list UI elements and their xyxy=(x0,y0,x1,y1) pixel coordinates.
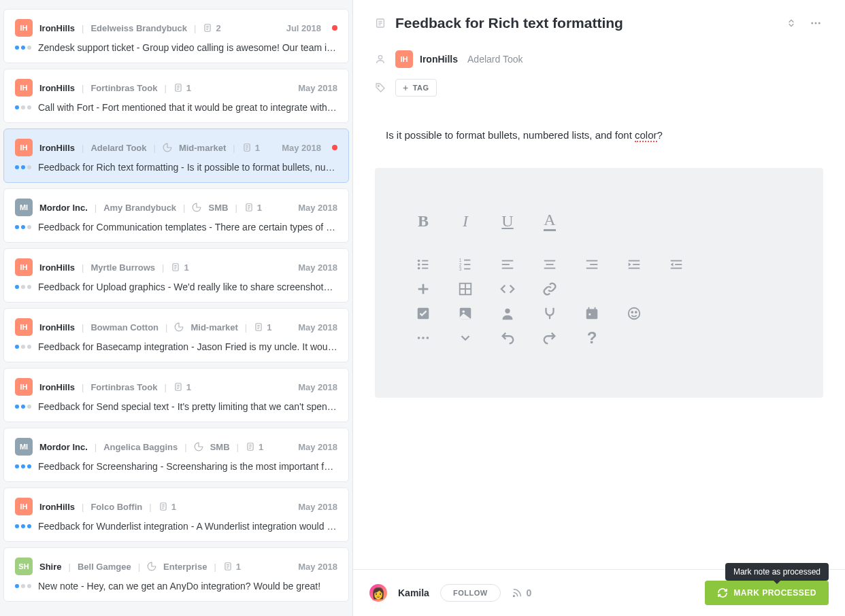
svg-rect-21 xyxy=(422,268,428,269)
note-date: May 2018 xyxy=(298,442,337,452)
more-icon[interactable] xyxy=(402,326,444,350)
follow-button[interactable]: FOLLOW xyxy=(440,584,501,602)
fork-icon[interactable] xyxy=(529,301,571,326)
company-avatar: IH xyxy=(15,378,33,396)
note-icon xyxy=(375,18,386,29)
svg-rect-29 xyxy=(502,264,510,265)
svg-rect-42 xyxy=(671,268,682,269)
indent-icon[interactable] xyxy=(613,252,655,277)
bold-icon[interactable]: B xyxy=(402,209,444,233)
svg-rect-51 xyxy=(595,307,596,311)
note-card[interactable]: MI Mordor Inc. | Angelica Baggins |SMB |… xyxy=(3,428,349,482)
current-user-name: Kamila xyxy=(398,587,429,598)
svg-point-46 xyxy=(462,310,465,313)
svg-point-53 xyxy=(629,308,640,320)
svg-rect-39 xyxy=(629,268,640,269)
expand-icon[interactable] xyxy=(444,326,486,350)
person-name: Adelard Took xyxy=(90,143,146,153)
doc-count: 1 xyxy=(246,442,263,452)
help-icon[interactable]: ? xyxy=(571,326,613,350)
unread-dot xyxy=(332,25,337,31)
person-name: Edelweiss Brandybuck xyxy=(90,23,187,33)
note-card[interactable]: IH IronHills | Bowman Cotton |Mid-market… xyxy=(3,308,349,362)
person-name: Folco Boffin xyxy=(90,502,142,512)
note-card[interactable]: IH IronHills | Fortinbras Took | 1 May 2… xyxy=(3,69,349,123)
company-name: IronHills xyxy=(39,502,75,512)
collapse-icon[interactable] xyxy=(784,16,799,31)
insert-icon[interactable] xyxy=(402,277,444,301)
bullet-list-icon[interactable] xyxy=(402,252,444,277)
checkbox-icon[interactable] xyxy=(402,301,444,326)
italic-icon[interactable]: I xyxy=(444,209,486,233)
company-pill[interactable]: IH IronHills xyxy=(395,50,458,68)
company-name: IronHills xyxy=(39,382,75,392)
svg-rect-31 xyxy=(544,260,556,262)
svg-point-55 xyxy=(635,311,637,313)
note-card[interactable]: IH IronHills | Adelard Took |Mid-market … xyxy=(3,129,349,183)
align-right-icon[interactable] xyxy=(571,252,613,277)
mention-icon[interactable] xyxy=(486,301,529,326)
notes-list: IH IronHills | Edelweiss Brandybuck | 2 … xyxy=(0,0,352,616)
doc-count: 1 xyxy=(171,262,188,273)
undo-icon[interactable] xyxy=(486,326,529,350)
note-card[interactable]: IH IronHills | Fortinbras Took | 1 May 2… xyxy=(3,368,349,422)
mark-processed-button[interactable]: MARK PROCESSED xyxy=(705,581,829,605)
link-icon[interactable] xyxy=(529,277,571,301)
note-snippet: Feedback for Upload graphics - We'd real… xyxy=(38,281,337,292)
company-name: Mordor Inc. xyxy=(39,203,88,213)
code-icon[interactable] xyxy=(486,277,529,301)
note-card[interactable]: IH IronHills | Folco Boffin | 1 May 2018… xyxy=(3,487,349,542)
image-icon[interactable] xyxy=(444,301,486,326)
current-user-avatar: 👩 xyxy=(369,584,387,602)
svg-point-12 xyxy=(815,22,817,24)
redo-icon[interactable] xyxy=(529,326,571,350)
more-menu-icon[interactable] xyxy=(808,16,823,31)
number-list-icon[interactable]: 123 xyxy=(444,252,486,277)
person-name: Bell Gamgee xyxy=(78,562,131,572)
underline-icon[interactable]: U xyxy=(486,209,529,233)
note-snippet: Feedback for Basecamp integration - Jaso… xyxy=(38,341,337,352)
note-date: May 2018 xyxy=(298,562,337,572)
svg-rect-25 xyxy=(464,260,470,261)
outdent-icon[interactable] xyxy=(655,252,697,277)
svg-rect-41 xyxy=(675,264,682,265)
note-snippet: Feedback for Communication templates - T… xyxy=(38,222,337,233)
svg-rect-19 xyxy=(422,260,428,262)
svg-rect-32 xyxy=(546,264,554,265)
unread-dot xyxy=(332,145,337,150)
table-icon[interactable] xyxy=(444,277,486,301)
calendar-icon[interactable] xyxy=(571,301,613,326)
note-date: May 2018 xyxy=(298,262,337,273)
svg-rect-27 xyxy=(464,269,470,270)
note-date: Jul 2018 xyxy=(286,23,321,33)
company-avatar: MI xyxy=(15,438,33,456)
svg-rect-37 xyxy=(629,260,640,262)
status-dots xyxy=(15,225,31,229)
status-dots xyxy=(15,464,31,468)
svg-point-18 xyxy=(418,267,420,270)
doc-count: 1 xyxy=(244,203,262,213)
note-snippet: Call with Fort - Fort mentioned that it … xyxy=(38,102,337,113)
svg-rect-52 xyxy=(589,313,591,315)
svg-rect-34 xyxy=(586,260,598,262)
status-dots xyxy=(15,165,31,169)
note-card[interactable]: SH Shire | Bell Gamgee |Enterprise | 1 M… xyxy=(3,547,349,602)
svg-point-47 xyxy=(505,309,510,313)
align-left-icon[interactable] xyxy=(486,252,529,277)
note-card[interactable]: MI Mordor Inc. | Amy Brandybuck |SMB | 1… xyxy=(3,188,349,243)
note-date: May 2018 xyxy=(282,143,321,153)
follower-count: 0 xyxy=(512,587,532,598)
note-card[interactable]: IH IronHills | Edelweiss Brandybuck | 2 … xyxy=(3,9,349,63)
status-dots xyxy=(15,524,31,528)
note-body-text: Is it possible to format bullets, number… xyxy=(386,129,823,141)
note-card[interactable]: IH IronHills | Myrtle Burrows | 1 May 20… xyxy=(3,248,349,303)
note-footer: 👩 Kamila FOLLOW 0 Mark note as processed… xyxy=(353,569,845,616)
align-center-icon[interactable] xyxy=(529,252,571,277)
status-dots xyxy=(15,345,31,349)
text-color-icon[interactable]: A xyxy=(529,209,571,233)
add-tag-button[interactable]: +TAG xyxy=(395,79,437,97)
person-name: Amy Brandybuck xyxy=(103,203,176,213)
mark-processed-tooltip: Mark note as processed xyxy=(725,563,829,581)
emoji-icon[interactable] xyxy=(613,301,655,326)
svg-point-56 xyxy=(418,337,420,339)
